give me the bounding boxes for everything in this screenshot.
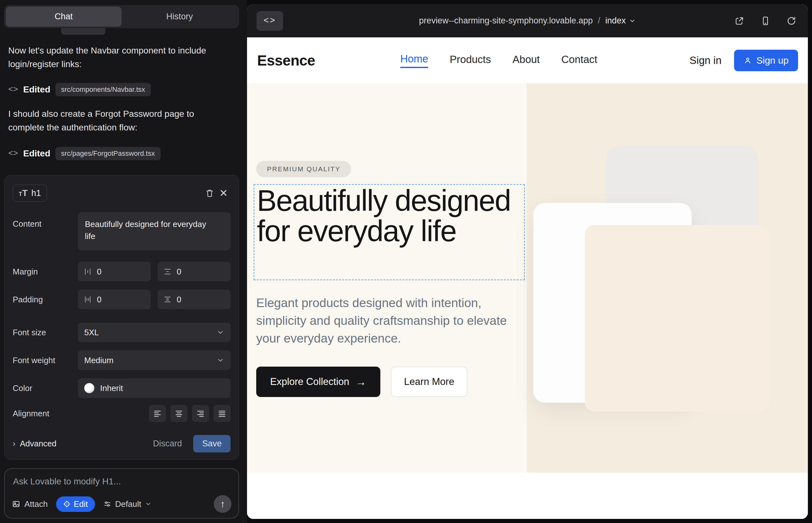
primary-cta-label: Explore Collection bbox=[270, 376, 349, 387]
padding-y-value: 0 bbox=[177, 295, 181, 305]
content-input[interactable]: Beautifully designed for everyday life bbox=[78, 212, 231, 250]
advanced-label: Advanced bbox=[20, 439, 57, 449]
align-justify-button[interactable] bbox=[213, 405, 231, 422]
edited-file-row: <> Edited src/components/Navbar.tsx bbox=[8, 83, 151, 96]
edited-file-chip[interactable]: src/components/Navbar.tsx bbox=[55, 83, 151, 96]
discard-button[interactable]: Discard bbox=[153, 439, 182, 449]
color-swatch bbox=[84, 383, 94, 393]
mode-select[interactable]: Default bbox=[103, 499, 152, 509]
close-editor-button[interactable]: ✕ bbox=[217, 186, 231, 200]
margin-x-value: 0 bbox=[97, 267, 101, 277]
hero-headline[interactable]: Beautifully designed for everyday life bbox=[257, 185, 522, 246]
content-label: Content bbox=[13, 212, 78, 229]
preview-actions bbox=[732, 14, 798, 28]
learn-more-button[interactable]: Learn More bbox=[391, 366, 468, 397]
color-label: Color bbox=[13, 383, 78, 393]
padding-vertical-icon bbox=[163, 295, 172, 304]
preview-url[interactable]: preview--charming-site-symphony.lovable.… bbox=[419, 16, 636, 26]
section-below-hero bbox=[247, 473, 808, 519]
align-right-icon bbox=[196, 409, 205, 418]
chevron-right-icon: › bbox=[13, 439, 16, 449]
padding-x-input[interactable]: 0 bbox=[78, 290, 151, 309]
send-button[interactable]: ↑ bbox=[214, 495, 231, 513]
font-weight-label: Font weight bbox=[13, 356, 78, 365]
selected-h1-outline[interactable]: Beautifully designed for everyday life bbox=[254, 184, 525, 280]
delete-element-button[interactable] bbox=[203, 186, 217, 200]
nav-link-contact[interactable]: Contact bbox=[562, 54, 598, 68]
attach-label: Attach bbox=[24, 499, 48, 509]
close-icon: ✕ bbox=[219, 187, 228, 199]
tab-history[interactable]: History bbox=[122, 7, 237, 26]
content-field-row: Content Beautifully designed for everyda… bbox=[13, 212, 231, 250]
element-editor-panel: TT h1 ✕ Content Beautifully desi bbox=[4, 175, 239, 460]
color-select[interactable]: Inherit bbox=[78, 378, 231, 398]
color-value: Inherit bbox=[100, 383, 224, 393]
margin-vertical-icon bbox=[163, 268, 172, 276]
explore-collection-button[interactable]: Explore Collection → bbox=[256, 366, 380, 397]
chat-composer[interactable]: Ask Lovable to modify H1... Attach bbox=[4, 468, 239, 519]
save-button[interactable]: Save bbox=[193, 435, 231, 452]
hero-cta-row: Explore Collection → Learn More bbox=[256, 366, 467, 397]
url-separator: / bbox=[598, 16, 600, 26]
align-justify-icon bbox=[217, 409, 227, 418]
chat-message: I should also create a Forgot Password p… bbox=[8, 107, 211, 134]
margin-y-value: 0 bbox=[177, 267, 181, 277]
attach-button[interactable]: Attach bbox=[12, 499, 48, 509]
selected-element-pill[interactable]: TT h1 bbox=[13, 184, 47, 202]
chevron-down-icon bbox=[217, 329, 224, 336]
composer-toolbar: Attach Edit Defaul bbox=[12, 495, 231, 513]
color-row: Color Inherit bbox=[13, 378, 231, 398]
open-external-button[interactable] bbox=[732, 14, 746, 28]
sign-up-button[interactable]: Sign up bbox=[734, 50, 798, 71]
url-host: preview--charming-site-symphony.lovable.… bbox=[419, 16, 593, 26]
align-right-button[interactable] bbox=[192, 405, 209, 422]
chevron-down-icon bbox=[145, 501, 152, 507]
nav-link-about[interactable]: About bbox=[512, 54, 540, 68]
attach-image-icon bbox=[12, 500, 21, 508]
padding-label: Padding bbox=[13, 295, 78, 305]
decorative-card-beige bbox=[585, 225, 769, 412]
padding-y-input[interactable]: 0 bbox=[158, 290, 231, 309]
edited-file-chip[interactable]: src/pages/ForgotPassword.tsx bbox=[55, 147, 161, 160]
mobile-view-button[interactable] bbox=[758, 14, 772, 28]
site-nav-links: Home Products About Contact bbox=[400, 53, 597, 68]
hero-section: PREMIUM QUALITY Beautifully designed for… bbox=[247, 83, 808, 473]
edited-action-label: Edited bbox=[23, 85, 50, 95]
refresh-button[interactable] bbox=[784, 14, 798, 28]
code-icon: <> bbox=[8, 85, 18, 94]
align-left-button[interactable] bbox=[149, 405, 166, 422]
trash-icon bbox=[205, 188, 214, 198]
smartphone-icon bbox=[760, 16, 771, 26]
sign-in-link[interactable]: Sign in bbox=[689, 54, 721, 67]
margin-y-input[interactable]: 0 bbox=[158, 262, 231, 282]
alignment-label: Alignment bbox=[13, 409, 78, 418]
font-size-row: Font size 5XL bbox=[13, 323, 231, 342]
font-size-label: Font size bbox=[13, 328, 78, 338]
edited-action-label: Edited bbox=[23, 148, 50, 159]
align-center-button[interactable] bbox=[170, 405, 188, 422]
advanced-toggle[interactable]: › Advanced bbox=[13, 439, 56, 449]
preview-toolbar: <> preview--charming-site-symphony.lovab… bbox=[247, 4, 808, 37]
align-center-icon bbox=[174, 409, 184, 418]
margin-x-input[interactable]: 0 bbox=[78, 262, 151, 282]
sidebar-tabs: Chat History bbox=[4, 5, 239, 28]
tab-chat[interactable]: Chat bbox=[6, 7, 122, 26]
edit-mode-button[interactable]: Edit bbox=[56, 497, 95, 512]
chevron-down-icon bbox=[629, 17, 636, 24]
nav-link-products[interactable]: Products bbox=[450, 54, 491, 68]
margin-horizontal-icon bbox=[84, 268, 92, 276]
code-view-toggle[interactable]: <> bbox=[257, 11, 283, 31]
arrow-up-icon: ↑ bbox=[220, 499, 225, 509]
composer-placeholder[interactable]: Ask Lovable to modify H1... bbox=[13, 476, 230, 487]
auth-actions: Sign in Sign up bbox=[689, 50, 798, 71]
editor-footer: › Advanced Discard Save bbox=[13, 435, 231, 452]
font-size-select[interactable]: 5XL bbox=[78, 323, 231, 342]
nav-link-home[interactable]: Home bbox=[400, 53, 428, 68]
external-link-icon bbox=[735, 16, 744, 26]
refresh-icon bbox=[786, 16, 796, 26]
hero-description: Elegant products designed with intention… bbox=[256, 294, 510, 347]
screen: Chat History Now let's update the Navbar… bbox=[0, 0, 812, 523]
site-brand[interactable]: Essence bbox=[257, 52, 315, 69]
font-weight-select[interactable]: Medium bbox=[78, 350, 231, 370]
user-icon bbox=[744, 56, 752, 65]
